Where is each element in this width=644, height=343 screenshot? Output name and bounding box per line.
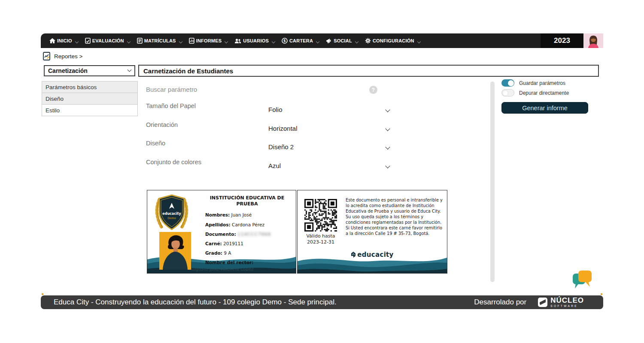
chat-bubble-yellow [578, 271, 592, 287]
users-icon [234, 38, 241, 44]
sidebar-item-diseno[interactable]: Diseño [42, 93, 138, 105]
footer: Educa City - Construyendo la educación d… [41, 295, 603, 309]
student-photo [159, 232, 191, 271]
home-icon [49, 38, 55, 44]
chevron-down-icon [385, 126, 390, 131]
chevron-down-icon [385, 163, 390, 168]
breadcrumb[interactable]: Reportes > [43, 52, 82, 60]
design-select[interactable]: Diseño 2 [268, 143, 389, 150]
color-set-label: Conjunto de colores [146, 159, 201, 165]
gear-icon [365, 38, 371, 44]
orientation-select[interactable]: Horizontal [268, 125, 389, 132]
chevron-down-icon [417, 40, 420, 43]
report-type-value: Carnetización [48, 67, 88, 74]
nav-item-configuracion[interactable]: CONFIGURACIÓN [362, 38, 417, 44]
guardar-parametros-toggle[interactable] [501, 79, 514, 87]
guardar-parametros-row: Guardar parámetros [501, 79, 565, 87]
toggle-knob [508, 80, 514, 86]
school-name: INSTITUCIÓN EDUCATIVA DE PRUEBA [203, 195, 291, 208]
evaluation-icon [85, 38, 91, 44]
sidebar: Parámetros básicos Diseño Estilo [42, 81, 138, 116]
card-field-apellidos: Apellidos: Cardona Pérez [205, 222, 264, 227]
footer-accent-dot [42, 293, 43, 295]
wallet-icon: $ [282, 38, 288, 44]
chevron-down-icon [127, 40, 130, 43]
nucleo-logo: NÚCLEO SOFTWARE [538, 297, 584, 308]
year-badge: 2023 [541, 33, 583, 48]
educacity-logo-icon [351, 252, 356, 258]
chevron-down-icon [385, 144, 390, 149]
qr-code [304, 199, 337, 233]
chevron-down-icon [355, 40, 358, 43]
svg-text:$: $ [283, 39, 286, 43]
nav-item-usuarios[interactable]: USUARIOS [232, 38, 271, 44]
chevron-down-icon [75, 40, 79, 43]
color-set-select[interactable]: Azul [268, 162, 389, 169]
page-title: Carnetización de Estudiantes [138, 65, 599, 77]
sidebar-item-parametros-basicos[interactable]: Parámetros básicos [42, 81, 138, 93]
depurar-directamente-toggle[interactable] [501, 89, 514, 96]
nav-menu: INICIO EVALUACIÓN MATRÍCULAS INFORMES US… [41, 33, 541, 48]
chevron-down-icon [272, 40, 275, 43]
paper-size-label: Tamaño del Papel [146, 102, 196, 109]
chevron-down-icon [179, 40, 182, 43]
chat-widget-icon[interactable] [572, 270, 592, 292]
enrollment-icon [137, 38, 143, 44]
id-card-back-preview: Válido hasta 2023-12-31 Este documento e… [297, 190, 447, 274]
footer-accent-dot [601, 293, 602, 295]
developed-by-label: Desarrolado por [474, 298, 526, 307]
id-card-front-preview: educacity Demo INSTITUCIÓN EDUCATIVA DE … [147, 190, 296, 274]
card-field-nombres: Nombres: Juan José [205, 212, 252, 217]
page: INICIO EVALUACIÓN MATRÍCULAS INFORMES US… [0, 0, 644, 343]
educacity-brand: educacity [298, 251, 447, 259]
rector-label: Nombre del rector: [205, 260, 253, 265]
nav-item-matriculas[interactable]: MATRÍCULAS [134, 38, 179, 44]
nav-item-inicio[interactable]: INICIO [47, 38, 75, 44]
chevron-down-icon [316, 40, 319, 43]
nav-item-cartera[interactable]: $ CARTERA [279, 38, 316, 44]
design-label: Diseño [146, 140, 165, 147]
nucleo-brand-sub: SOFTWARE [550, 305, 584, 308]
card-field-grado: Grado: 9 A [205, 250, 231, 256]
reports-icon [189, 38, 194, 44]
card-field-documento: Documento: 114CCC7666 [205, 232, 271, 237]
megaphone-icon [326, 38, 332, 44]
help-icon[interactable]: ? [369, 86, 377, 94]
chevron-down-icon [385, 107, 390, 112]
avatar[interactable] [583, 33, 603, 48]
card-field-carne: Carné: 2019111 [205, 241, 243, 246]
toggle-knob [502, 90, 508, 96]
report-type-select[interactable]: Carnetización [44, 65, 135, 76]
search-param-label: Buscar parámetro [146, 86, 197, 93]
reports-breadcrumb-icon [43, 52, 50, 60]
footer-text: Educa City - Construyendo la educación d… [54, 298, 337, 307]
breadcrumb-label: Reportes > [54, 53, 82, 60]
paper-size-select[interactable]: Folio [268, 106, 389, 113]
nucleo-logo-icon [538, 297, 548, 307]
sidebar-item-estilo[interactable]: Estilo [42, 104, 138, 116]
svg-text:Demo: Demo [167, 217, 176, 220]
school-shield-logo: educacity Demo [152, 193, 191, 235]
user-avatar-illustration [586, 34, 601, 48]
nav-item-informes[interactable]: INFORMES [186, 38, 225, 44]
chevron-down-icon [225, 40, 228, 43]
depurar-directamente-row: Depurar directamente [501, 89, 569, 96]
top-navbar: INICIO EVALUACIÓN MATRÍCULAS INFORMES US… [41, 33, 603, 48]
nav-item-evaluacion[interactable]: EVALUACIÓN [82, 38, 127, 44]
orientation-label: Orientación [146, 121, 178, 128]
svg-text:educacity: educacity [162, 212, 181, 216]
generate-report-button[interactable]: Generar informe [501, 102, 588, 114]
nav-item-social[interactable]: SOCIAL [323, 38, 355, 44]
valid-until: Válido hasta 2023-12-31 [298, 233, 344, 245]
scrollbar[interactable] [490, 81, 495, 282]
chevron-down-icon [128, 67, 132, 72]
card-disclaimer: Este documento es personal e intransferi… [346, 197, 444, 236]
nucleo-brand-name: NÚCLEO [550, 297, 584, 304]
